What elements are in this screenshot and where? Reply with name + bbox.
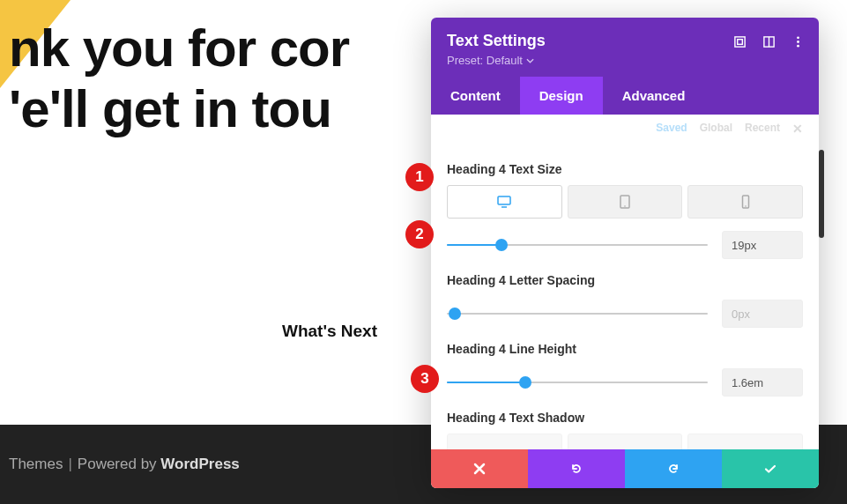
whats-next-heading: What's Next <box>282 322 377 341</box>
expand-icon[interactable] <box>733 35 747 52</box>
svg-rect-0 <box>735 37 745 47</box>
scrollbar[interactable] <box>819 150 824 238</box>
redo-icon <box>666 462 680 476</box>
settings-panel: Text Settings Preset: Default Content De… <box>431 18 819 488</box>
page-headline: nk you for cor 'e'll get in tou <box>9 18 349 139</box>
footer-themes-text: Themes <box>9 456 63 473</box>
undo-icon <box>569 462 583 476</box>
svg-point-5 <box>797 41 799 43</box>
letter-spacing-slider[interactable] <box>447 307 708 321</box>
layout-icon[interactable] <box>762 35 776 52</box>
responsive-device-toggle <box>447 185 803 219</box>
filter-saved[interactable]: Saved <box>656 122 687 136</box>
option-label-text-shadow: Heading 4 Text Shadow <box>447 411 803 425</box>
letter-spacing-value-input[interactable]: 0px <box>722 300 803 328</box>
cancel-button[interactable] <box>431 449 528 488</box>
shadow-option-2[interactable] <box>568 434 683 449</box>
close-filter-icon[interactable]: ✕ <box>792 122 803 136</box>
chevron-down-icon <box>526 58 534 63</box>
svg-point-10 <box>624 205 626 207</box>
filter-recent[interactable]: Recent <box>745 122 780 136</box>
line-height-value-input[interactable]: 1.6em <box>722 368 803 397</box>
close-icon <box>472 462 487 476</box>
redo-button[interactable] <box>625 449 722 488</box>
undo-button[interactable] <box>528 449 625 488</box>
shadow-option-1[interactable] <box>447 434 562 449</box>
text-size-slider[interactable] <box>447 238 708 252</box>
tab-design[interactable]: Design <box>520 77 603 115</box>
shadow-option-3[interactable] <box>687 434 803 449</box>
text-size-slider-row: 19px <box>447 231 803 259</box>
text-size-value-input[interactable]: 19px <box>722 231 803 259</box>
option-label-letter-spacing: Heading 4 Letter Spacing <box>447 273 803 287</box>
check-icon <box>763 462 777 476</box>
panel-body: Saved Global Recent ✕ Heading 4 Text Siz… <box>431 115 819 449</box>
footer-divider: | <box>68 456 71 473</box>
footer-wordpress-link[interactable]: WordPress <box>160 456 239 473</box>
device-phone-button[interactable] <box>687 185 803 219</box>
panel-footer <box>431 449 819 488</box>
svg-point-12 <box>745 205 747 207</box>
preset-selector[interactable]: Preset: Default <box>447 54 534 67</box>
filter-global[interactable]: Global <box>700 122 732 136</box>
desktop-icon <box>497 195 511 209</box>
option-label-line-height: Heading 4 Line Height <box>447 342 803 356</box>
device-tablet-button[interactable] <box>568 185 683 219</box>
tablet-icon <box>618 195 632 209</box>
preset-filter-row: Saved Global Recent ✕ <box>447 115 803 148</box>
device-desktop-button[interactable] <box>447 185 562 219</box>
svg-point-4 <box>797 36 799 39</box>
more-menu-icon[interactable] <box>791 35 805 52</box>
line-height-slider-row: 1.6em <box>447 368 803 397</box>
tab-content[interactable]: Content <box>431 77 520 115</box>
footer-powered-text: Powered by <box>78 456 157 473</box>
annotation-marker-3: 3 <box>411 365 439 393</box>
panel-header: Text Settings Preset: Default <box>431 18 819 77</box>
option-label-text-size: Heading 4 Text Size <box>447 162 803 176</box>
phone-icon <box>739 195 753 209</box>
annotation-marker-1: 1 <box>405 163 434 191</box>
svg-rect-1 <box>738 40 743 45</box>
annotation-marker-2: 2 <box>405 220 434 248</box>
tab-bar: Content Design Advanced <box>431 77 819 115</box>
save-button[interactable] <box>722 449 819 488</box>
svg-point-6 <box>797 45 799 48</box>
tab-advanced[interactable]: Advanced <box>603 77 705 115</box>
text-shadow-options <box>447 434 803 449</box>
svg-rect-7 <box>498 196 510 204</box>
letter-spacing-slider-row: 0px <box>447 300 803 328</box>
line-height-slider[interactable] <box>447 375 708 389</box>
